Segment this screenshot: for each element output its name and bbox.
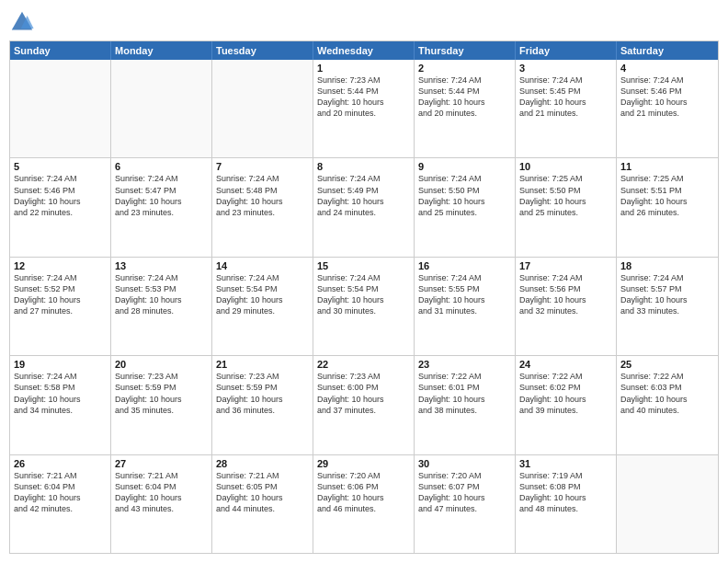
day-cell: 29Sunrise: 7:20 AM Sunset: 6:06 PM Dayli…	[313, 455, 415, 553]
day-detail: Sunrise: 7:24 AM Sunset: 5:52 PM Dayligh…	[14, 272, 107, 317]
day-cell: 4Sunrise: 7:24 AM Sunset: 5:46 PM Daylig…	[617, 60, 718, 157]
day-number: 5	[14, 161, 107, 172]
day-cell: 14Sunrise: 7:24 AM Sunset: 5:54 PM Dayli…	[212, 258, 313, 355]
day-number: 19	[14, 359, 107, 370]
col-header-tuesday: Tuesday	[212, 41, 313, 60]
col-header-saturday: Saturday	[617, 41, 718, 60]
day-cell: 2Sunrise: 7:24 AM Sunset: 5:44 PM Daylig…	[415, 60, 516, 157]
day-number: 4	[620, 63, 714, 74]
day-cell: 8Sunrise: 7:24 AM Sunset: 5:49 PM Daylig…	[313, 158, 415, 256]
day-cell	[212, 60, 313, 157]
weeks: 1Sunrise: 7:23 AM Sunset: 5:44 PM Daylig…	[10, 60, 718, 553]
day-detail: Sunrise: 7:19 AM Sunset: 6:08 PM Dayligh…	[519, 470, 612, 515]
day-number: 17	[519, 260, 612, 271]
col-header-monday: Monday	[111, 41, 212, 60]
day-number: 15	[317, 260, 410, 271]
day-detail: Sunrise: 7:24 AM Sunset: 5:55 PM Dayligh…	[418, 272, 511, 317]
day-detail: Sunrise: 7:23 AM Sunset: 5:59 PM Dayligh…	[115, 371, 208, 416]
day-number: 3	[519, 63, 612, 74]
day-cell: 30Sunrise: 7:20 AM Sunset: 6:07 PM Dayli…	[415, 455, 516, 553]
col-header-sunday: Sunday	[10, 41, 111, 60]
column-headers: SundayMondayTuesdayWednesdayThursdayFrid…	[10, 41, 718, 60]
day-number: 18	[620, 260, 714, 271]
calendar: SundayMondayTuesdayWednesdayThursdayFrid…	[9, 40, 719, 554]
day-detail: Sunrise: 7:24 AM Sunset: 5:47 PM Dayligh…	[115, 173, 208, 218]
day-cell: 6Sunrise: 7:24 AM Sunset: 5:47 PM Daylig…	[111, 158, 212, 256]
day-cell: 27Sunrise: 7:21 AM Sunset: 6:04 PM Dayli…	[111, 455, 212, 553]
day-cell: 1Sunrise: 7:23 AM Sunset: 5:44 PM Daylig…	[313, 60, 415, 157]
day-cell	[617, 455, 718, 553]
day-cell: 19Sunrise: 7:24 AM Sunset: 5:58 PM Dayli…	[10, 356, 111, 454]
day-cell: 11Sunrise: 7:25 AM Sunset: 5:51 PM Dayli…	[617, 158, 718, 256]
day-number: 22	[317, 359, 410, 370]
day-number: 21	[216, 359, 309, 370]
day-number: 1	[317, 63, 410, 74]
day-number: 26	[14, 458, 107, 469]
day-detail: Sunrise: 7:24 AM Sunset: 5:46 PM Dayligh…	[620, 75, 714, 120]
day-detail: Sunrise: 7:24 AM Sunset: 5:54 PM Dayligh…	[317, 272, 410, 317]
day-number: 25	[620, 359, 714, 370]
day-detail: Sunrise: 7:24 AM Sunset: 5:44 PM Dayligh…	[418, 75, 511, 120]
day-detail: Sunrise: 7:24 AM Sunset: 5:58 PM Dayligh…	[14, 371, 107, 416]
day-cell: 23Sunrise: 7:22 AM Sunset: 6:01 PM Dayli…	[415, 356, 516, 454]
week-row: 19Sunrise: 7:24 AM Sunset: 5:58 PM Dayli…	[10, 355, 718, 454]
day-cell: 17Sunrise: 7:24 AM Sunset: 5:56 PM Dayli…	[516, 258, 617, 355]
day-detail: Sunrise: 7:25 AM Sunset: 5:51 PM Dayligh…	[620, 173, 714, 218]
day-cell: 25Sunrise: 7:22 AM Sunset: 6:03 PM Dayli…	[617, 356, 718, 454]
day-detail: Sunrise: 7:24 AM Sunset: 5:50 PM Dayligh…	[418, 173, 511, 218]
day-detail: Sunrise: 7:24 AM Sunset: 5:57 PM Dayligh…	[620, 272, 714, 317]
day-number: 11	[620, 161, 714, 172]
day-cell: 3Sunrise: 7:24 AM Sunset: 5:45 PM Daylig…	[516, 60, 617, 157]
day-number: 20	[115, 359, 208, 370]
day-number: 8	[317, 161, 410, 172]
logo-icon	[9, 9, 35, 35]
day-detail: Sunrise: 7:20 AM Sunset: 6:07 PM Dayligh…	[418, 470, 511, 515]
day-number: 12	[14, 260, 107, 271]
day-detail: Sunrise: 7:24 AM Sunset: 5:49 PM Dayligh…	[317, 173, 410, 218]
day-detail: Sunrise: 7:20 AM Sunset: 6:06 PM Dayligh…	[317, 470, 410, 515]
week-row: 1Sunrise: 7:23 AM Sunset: 5:44 PM Daylig…	[10, 60, 718, 157]
day-number: 10	[519, 161, 612, 172]
day-cell: 9Sunrise: 7:24 AM Sunset: 5:50 PM Daylig…	[415, 158, 516, 256]
day-detail: Sunrise: 7:24 AM Sunset: 5:56 PM Dayligh…	[519, 272, 612, 317]
day-cell: 16Sunrise: 7:24 AM Sunset: 5:55 PM Dayli…	[415, 258, 516, 355]
day-detail: Sunrise: 7:22 AM Sunset: 6:01 PM Dayligh…	[418, 371, 511, 416]
day-detail: Sunrise: 7:23 AM Sunset: 5:44 PM Dayligh…	[317, 75, 410, 120]
day-number: 2	[418, 63, 511, 74]
day-number: 14	[216, 260, 309, 271]
col-header-friday: Friday	[516, 41, 617, 60]
day-detail: Sunrise: 7:25 AM Sunset: 5:50 PM Dayligh…	[519, 173, 612, 218]
day-cell	[10, 60, 111, 157]
day-cell	[111, 60, 212, 157]
day-number: 29	[317, 458, 410, 469]
day-detail: Sunrise: 7:24 AM Sunset: 5:48 PM Dayligh…	[216, 173, 309, 218]
day-cell: 18Sunrise: 7:24 AM Sunset: 5:57 PM Dayli…	[617, 258, 718, 355]
day-number: 28	[216, 458, 309, 469]
day-cell: 5Sunrise: 7:24 AM Sunset: 5:46 PM Daylig…	[10, 158, 111, 256]
day-number: 7	[216, 161, 309, 172]
header	[9, 9, 719, 35]
day-cell: 20Sunrise: 7:23 AM Sunset: 5:59 PM Dayli…	[111, 356, 212, 454]
day-cell: 24Sunrise: 7:22 AM Sunset: 6:02 PM Dayli…	[516, 356, 617, 454]
day-number: 27	[115, 458, 208, 469]
day-detail: Sunrise: 7:21 AM Sunset: 6:04 PM Dayligh…	[115, 470, 208, 515]
day-number: 30	[418, 458, 511, 469]
day-detail: Sunrise: 7:24 AM Sunset: 5:46 PM Dayligh…	[14, 173, 107, 218]
logo	[9, 9, 39, 35]
day-number: 13	[115, 260, 208, 271]
day-cell: 26Sunrise: 7:21 AM Sunset: 6:04 PM Dayli…	[10, 455, 111, 553]
day-detail: Sunrise: 7:22 AM Sunset: 6:03 PM Dayligh…	[620, 371, 714, 416]
day-detail: Sunrise: 7:24 AM Sunset: 5:53 PM Dayligh…	[115, 272, 208, 317]
col-header-thursday: Thursday	[415, 41, 516, 60]
day-detail: Sunrise: 7:23 AM Sunset: 6:00 PM Dayligh…	[317, 371, 410, 416]
day-number: 24	[519, 359, 612, 370]
week-row: 5Sunrise: 7:24 AM Sunset: 5:46 PM Daylig…	[10, 157, 718, 256]
day-cell: 7Sunrise: 7:24 AM Sunset: 5:48 PM Daylig…	[212, 158, 313, 256]
day-cell: 10Sunrise: 7:25 AM Sunset: 5:50 PM Dayli…	[516, 158, 617, 256]
day-cell: 28Sunrise: 7:21 AM Sunset: 6:05 PM Dayli…	[212, 455, 313, 553]
day-number: 31	[519, 458, 612, 469]
week-row: 26Sunrise: 7:21 AM Sunset: 6:04 PM Dayli…	[10, 454, 718, 553]
day-detail: Sunrise: 7:24 AM Sunset: 5:45 PM Dayligh…	[519, 75, 612, 120]
day-number: 16	[418, 260, 511, 271]
day-detail: Sunrise: 7:21 AM Sunset: 6:05 PM Dayligh…	[216, 470, 309, 515]
